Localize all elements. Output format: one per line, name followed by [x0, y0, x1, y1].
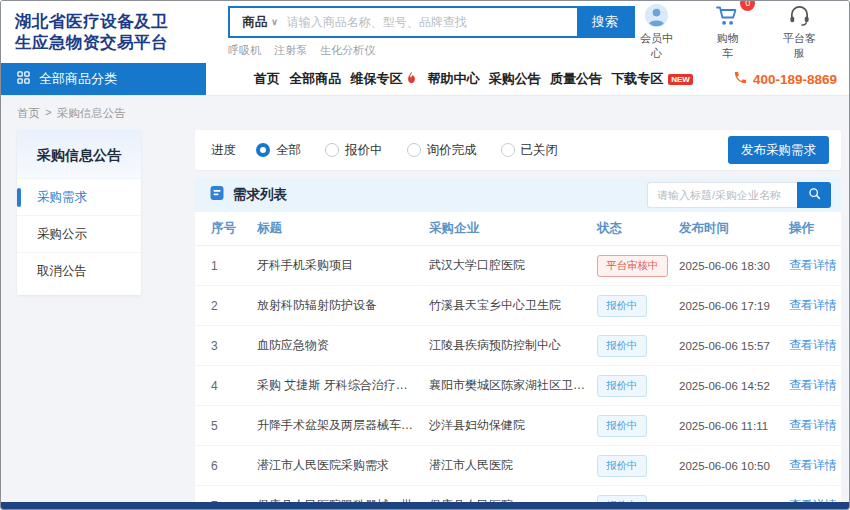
breadcrumb: 首页 > 采购信息公告	[1, 96, 849, 130]
radio-label: 报价中	[345, 142, 383, 159]
nav-item-1[interactable]: 全部商品	[289, 70, 341, 88]
phone-number: 400-189-8869	[753, 72, 837, 87]
quick-link-label: 会员中心	[635, 31, 679, 61]
search-category-dropdown[interactable]: 商品 ∨	[230, 14, 287, 31]
quick-link-1[interactable]: 0购物车	[711, 3, 744, 61]
status-badge: 报价中	[597, 455, 647, 477]
progress-radio-1[interactable]: 报价中	[325, 142, 383, 159]
search-category-label: 商品	[242, 14, 267, 31]
list-title: 需求列表	[233, 186, 287, 204]
purchasing-company: 沙洋县妇幼保健院	[429, 417, 597, 434]
headset-icon	[777, 3, 821, 28]
publish-time: 2025-06-06 18:30	[679, 260, 789, 272]
row-number: 5	[211, 419, 257, 433]
app-window: 湖北省医疗设备及卫 生应急物资交易平台 商品 ∨ 搜索 呼吸机注射泵生化分析仪 …	[0, 0, 850, 510]
publish-time: 2025-06-06 11:11	[679, 420, 789, 432]
demand-list-card: 需求列表 序号标题采购企业状态发布时间操作 1牙科手机采购项目武汉大学口腔医院平…	[195, 178, 841, 510]
nav-item-2[interactable]: 维保专区	[350, 70, 418, 88]
publish-time: 2025-06-06 14:52	[679, 380, 789, 392]
hot-keyword-2[interactable]: 生化分析仪	[320, 43, 375, 58]
table-body: 1牙科手机采购项目武汉大学口腔医院平台审核中2025-06-06 18:30查看…	[195, 246, 841, 510]
progress-radio-2[interactable]: 询价完成	[407, 142, 477, 159]
table-header-row: 序号标题采购企业状态发布时间操作	[195, 212, 841, 246]
status-badge: 报价中	[597, 335, 647, 357]
status-badge: 平台审核中	[597, 255, 668, 277]
status-badge: 报价中	[597, 295, 647, 317]
publish-demand-button[interactable]: 发布采购需求	[728, 136, 829, 164]
demand-title: 采购 艾捷斯 牙科综合治疗机 AJ11	[257, 377, 429, 394]
main-nav: 全部商品分类 首页全部商品维保专区帮助中心采购公告质量公告下载专区NEW 400…	[1, 63, 849, 96]
view-details-link[interactable]: 查看详情	[789, 377, 837, 394]
nav-menu: 首页全部商品维保专区帮助中心采购公告质量公告下载专区NEW	[206, 63, 733, 95]
breadcrumb-home[interactable]: 首页	[17, 106, 40, 121]
purchasing-company: 武汉大学口腔医院	[429, 257, 597, 274]
active-indicator	[17, 188, 21, 207]
sidebar-item-0[interactable]: 采购需求	[17, 178, 141, 215]
site-header: 湖北省医疗设备及卫 生应急物资交易平台 商品 ∨ 搜索 呼吸机注射泵生化分析仪 …	[1, 1, 849, 63]
cart-icon: 0	[711, 3, 744, 28]
quick-link-label: 平台客服	[777, 31, 821, 61]
hot-keyword-1[interactable]: 注射泵	[274, 43, 307, 58]
radio-dot	[501, 143, 515, 157]
nav-item-5[interactable]: 质量公告	[550, 70, 602, 88]
list-header: 需求列表	[195, 178, 841, 212]
main-panel: 进度 全部报价中询价完成已关闭 发布采购需求 需求列表	[195, 130, 841, 510]
sidebar-item-2[interactable]: 取消公告	[17, 252, 141, 289]
radio-dot	[256, 143, 270, 157]
sidebar: 采购信息公告 采购需求采购公示取消公告	[17, 130, 141, 295]
column-header-4: 发布时间	[679, 220, 789, 237]
progress-radio-0[interactable]: 全部	[256, 142, 301, 159]
all-categories-button[interactable]: 全部商品分类	[1, 63, 206, 95]
status-badge: 报价中	[597, 415, 647, 437]
quick-link-2[interactable]: 平台客服	[777, 3, 821, 61]
status-cell: 报价中	[597, 415, 679, 437]
radio-dot	[325, 143, 339, 157]
view-details-link[interactable]: 查看详情	[789, 457, 837, 474]
view-details-link[interactable]: 查看详情	[789, 297, 837, 314]
sidebar-title: 采购信息公告	[17, 130, 141, 178]
table-row-2: 3血防应急物资江陵县疾病预防控制中心报价中2025-06-06 15:57查看详…	[195, 326, 841, 366]
status-cell: 报价中	[597, 295, 679, 317]
progress-radio-group: 全部报价中询价完成已关闭	[256, 142, 582, 159]
demand-title: 血防应急物资	[257, 337, 429, 354]
hot-keywords: 呼吸机注射泵生化分析仪	[228, 43, 634, 58]
nav-item-0[interactable]: 首页	[254, 70, 280, 88]
row-number: 6	[211, 459, 257, 473]
status-cell: 报价中	[597, 375, 679, 397]
table-row-1: 2放射科防辐射防护设备竹溪县天宝乡中心卫生院报价中2025-06-06 17:1…	[195, 286, 841, 326]
logo-line-2: 生应急物资交易平台	[15, 32, 212, 53]
list-search-button[interactable]	[797, 182, 831, 208]
column-header-1: 标题	[257, 220, 429, 237]
row-number: 4	[211, 379, 257, 393]
view-details-link[interactable]: 查看详情	[789, 337, 837, 354]
header-quick-links: 会员中心0购物车平台客服	[635, 3, 835, 61]
view-details-link[interactable]: 查看详情	[789, 417, 837, 434]
search-input[interactable]	[287, 15, 577, 29]
view-details-link[interactable]: 查看详情	[789, 257, 837, 274]
demand-title: 潜江市人民医院采购需求	[257, 457, 429, 474]
quick-link-0[interactable]: 会员中心	[635, 3, 679, 61]
phone-icon	[733, 70, 748, 88]
nav-item-3[interactable]: 帮助中心	[428, 70, 480, 88]
breadcrumb-current: 采购信息公告	[57, 106, 126, 121]
user-icon	[635, 3, 679, 28]
sidebar-menu: 采购需求采购公示取消公告	[17, 178, 141, 289]
site-logo: 湖北省医疗设备及卫 生应急物资交易平台	[15, 11, 212, 54]
sidebar-item-1[interactable]: 采购公示	[17, 215, 141, 252]
hot-keyword-0[interactable]: 呼吸机	[228, 43, 261, 58]
list-search	[647, 182, 831, 208]
radio-dot	[407, 143, 421, 157]
table-row-4: 5升降手术盆架及两层器械车采购沙洋县妇幼保健院报价中2025-06-06 11:…	[195, 406, 841, 446]
list-search-input[interactable]	[647, 182, 797, 208]
nav-item-4[interactable]: 采购公告	[489, 70, 541, 88]
table-row-5: 6潜江市人民医院采购需求潜江市人民医院报价中2025-06-06 10:50查看…	[195, 446, 841, 486]
search-button[interactable]: 搜索	[577, 8, 633, 36]
nav-item-6[interactable]: 下载专区NEW	[611, 70, 693, 88]
page-content: 采购信息公告 采购需求采购公示取消公告 进度 全部报价中询价完成已关闭 发布采购…	[1, 130, 849, 510]
radio-label: 全部	[276, 142, 301, 159]
purchasing-company: 潜江市人民医院	[429, 457, 597, 474]
radio-label: 询价完成	[427, 142, 477, 159]
column-header-0: 序号	[211, 220, 257, 237]
cart-count-badge: 0	[740, 0, 755, 11]
progress-radio-3[interactable]: 已关闭	[501, 142, 559, 159]
